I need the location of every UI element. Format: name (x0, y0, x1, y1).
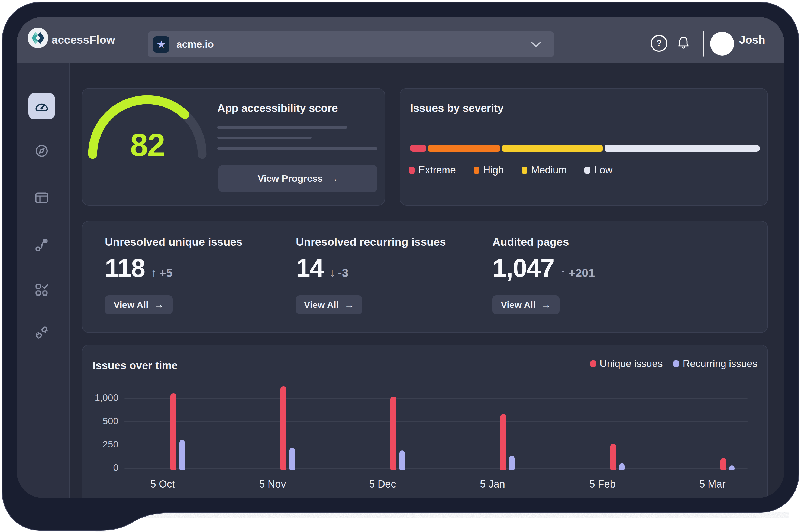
bar-recurring-issues-5-Feb (619, 463, 625, 470)
severity-legend: ExtremeHighMediumLow (409, 165, 612, 176)
bar-recurring-issues-5-Dec (399, 451, 405, 470)
app-window: accessFlow ★ acme.io ? Josh (17, 17, 784, 498)
workspace-badge: ★ (153, 36, 169, 53)
arrow-right-icon: → (328, 173, 338, 184)
stat-value: 118 (105, 253, 145, 283)
workspace-selector[interactable]: ★ acme.io (148, 31, 554, 57)
severity-stacked-bar (410, 145, 760, 152)
severity-card: Issues by severity ExtremeHighMediumLow (400, 88, 768, 206)
workspace-name: acme.io (176, 39, 214, 50)
arrow-right-icon: → (344, 299, 354, 310)
view-progress-button[interactable]: View Progress → (218, 165, 377, 192)
legend-label: Medium (531, 165, 567, 176)
bar-recurring-issues-5-Mar (729, 466, 734, 470)
score-card: 82 App accessibility score View Progress… (82, 88, 385, 206)
legend-swatch (522, 167, 527, 174)
legend-item-low: Low (584, 165, 612, 176)
gridline-0 (124, 468, 748, 469)
bar-unique-issues-5-Mar (720, 458, 726, 470)
sidebar (17, 63, 70, 498)
plug-icon (34, 325, 49, 340)
sidebar-item-flows[interactable] (29, 231, 55, 258)
bar-unique-issues-5-Feb (610, 444, 616, 470)
bar-recurring-issues-5-Oct (180, 440, 185, 470)
avatar[interactable] (710, 32, 734, 56)
stats-card: Unresolved unique issues 118 ↑+5 View Al… (82, 221, 768, 333)
stat-title: Audited pages (492, 236, 569, 248)
score-card-title: App accessibility score (217, 102, 338, 114)
gridline-500 (124, 421, 748, 422)
chart-plot-area: 02505001,0005 Oct5 Nov5 Dec5 Jan5 Feb5 M… (82, 345, 767, 498)
header-divider (703, 31, 704, 57)
legend-label: Low (594, 165, 612, 176)
arrow-right-icon: → (541, 299, 551, 310)
y-tick-label: 500 (82, 416, 118, 426)
bar-recurring-issues-5-Jan (509, 456, 515, 470)
legend-item-high: High (474, 165, 504, 176)
bar-unique-issues-5-Jan (500, 414, 506, 470)
placeholder-line (217, 126, 347, 129)
stat-title: Unresolved recurring issues (296, 236, 446, 248)
legend-swatch (584, 167, 590, 174)
sidebar-item-integrations[interactable] (29, 319, 55, 346)
severity-card-title: Issues by severity (410, 102, 504, 114)
view-all-button[interactable]: View All → (492, 295, 560, 314)
help-icon[interactable]: ? (651, 35, 667, 52)
severity-segment-high (428, 145, 500, 152)
score-value: 82 (115, 127, 180, 163)
x-tick-label: 5 Feb (573, 478, 632, 490)
placeholder-line (217, 147, 377, 150)
placeholder-line (217, 136, 312, 139)
y-tick-label: 250 (82, 439, 118, 450)
x-tick-label: 5 Oct (133, 478, 192, 490)
speedometer-icon (34, 99, 49, 114)
arrow-up-icon: ↑ (151, 266, 156, 280)
accessflow-logo-icon (27, 27, 48, 48)
sidebar-item-dashboard[interactable] (29, 93, 55, 119)
gridline-1000 (124, 398, 748, 399)
stat-value: 1,047 (492, 253, 554, 283)
y-tick-label: 1,000 (82, 392, 118, 403)
gridline-250 (124, 444, 748, 445)
bell-icon[interactable] (676, 35, 691, 50)
issues-over-time-card: Issues over time Unique issuesRecurring … (82, 345, 768, 498)
severity-segment-medium (502, 145, 603, 152)
stat-delta: +201 (569, 266, 595, 280)
view-all-label: View All (114, 300, 149, 310)
stat-value: 14 (296, 253, 323, 283)
sidebar-item-pages[interactable] (29, 185, 55, 211)
bar-unique-issues-5-Dec (390, 397, 396, 470)
x-tick-label: 5 Dec (353, 478, 412, 490)
stat-delta: -3 (338, 266, 348, 280)
top-bar: accessFlow ★ acme.io ? Josh (17, 17, 784, 63)
stat-delta: +5 (159, 266, 173, 280)
y-tick-label: 0 (82, 462, 118, 473)
user-name[interactable]: Josh (739, 17, 765, 63)
legend-label: Extreme (418, 165, 456, 176)
x-tick-label: 5 Jan (463, 478, 522, 490)
chevron-down-icon (531, 41, 541, 48)
layout-icon (34, 190, 49, 205)
bar-recurring-issues-5-Nov (290, 448, 295, 470)
arrow-down-icon: ↓ (330, 266, 335, 280)
legend-item-extreme: Extreme (409, 165, 456, 176)
compass-icon (34, 143, 49, 158)
legend-label: High (483, 165, 504, 176)
star-icon: ★ (156, 39, 166, 50)
sidebar-item-tasks[interactable] (29, 277, 55, 303)
stat-title: Unresolved unique issues (105, 236, 243, 248)
legend-swatch (474, 167, 479, 174)
sidebar-item-discover[interactable] (29, 138, 55, 164)
x-tick-label: 5 Nov (243, 478, 302, 490)
brand-name: accessFlow (52, 17, 115, 63)
arrow-up-icon: ↑ (560, 266, 566, 280)
view-all-button[interactable]: View All → (105, 295, 173, 314)
view-all-label: View All (304, 300, 339, 310)
legend-swatch (409, 167, 415, 174)
bar-unique-issues-5-Nov (280, 386, 286, 470)
view-progress-label: View Progress (258, 173, 323, 184)
arrow-right-icon: → (154, 299, 164, 310)
bar-unique-issues-5-Oct (170, 393, 176, 470)
legend-item-medium: Medium (522, 165, 567, 176)
view-all-button[interactable]: View All → (296, 295, 362, 314)
